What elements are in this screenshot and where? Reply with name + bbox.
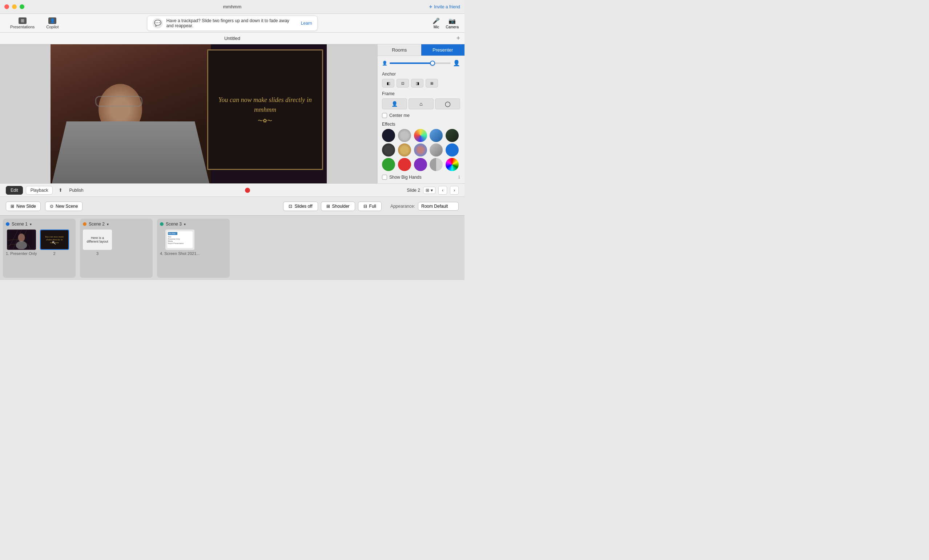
effect-custom[interactable]: [446, 158, 459, 171]
effect-blue-grad[interactable]: [429, 129, 443, 142]
frame-arch[interactable]: ⌂: [409, 98, 434, 109]
slide-3-thumb[interactable]: Here is a different layout: [83, 230, 112, 250]
scene-1-chevron[interactable]: ▾: [30, 222, 32, 226]
bottom-controls: Edit Playback ⬆ Publish Slide 2 ⊞ ▾ ‹ ›: [0, 184, 464, 196]
slides-off-button[interactable]: ⊡ Slides off: [283, 202, 318, 211]
publish-button[interactable]: Publish: [65, 186, 87, 194]
scene-3-thumbnails: This Mac Text Presenter Only Media Impor…: [160, 230, 227, 256]
effect-red-solid[interactable]: [398, 158, 411, 171]
effect-blur[interactable]: [398, 129, 411, 142]
app-title: mmhmm: [223, 4, 242, 9]
effect-grey[interactable]: [429, 144, 443, 156]
thumb-person-bg: [8, 230, 35, 249]
scene-1-header: Scene 1 ▾: [6, 222, 73, 226]
center-me-row: Center me: [382, 113, 460, 118]
appearance-select[interactable]: Room Default: [418, 202, 459, 211]
maximize-button[interactable]: [20, 5, 25, 9]
effect-gold[interactable]: [398, 144, 411, 156]
slide-1-label: 1. Presenter Only: [6, 251, 37, 256]
effect-film[interactable]: [382, 144, 395, 156]
add-tab-button[interactable]: +: [456, 35, 460, 42]
show-big-hands-checkbox[interactable]: [382, 175, 387, 180]
slide-4-content: This Mac Text Presenter Only Media Impor…: [166, 230, 194, 249]
size-slider[interactable]: [389, 63, 451, 64]
minimize-button[interactable]: [12, 5, 17, 9]
scene-1-thumbnails: 1. Presenter Only You can now make slide…: [6, 230, 73, 256]
close-button[interactable]: [5, 5, 9, 9]
copilot-button[interactable]: 👤 Copilot: [42, 16, 63, 31]
center-me-checkbox[interactable]: [382, 113, 387, 118]
appearance-row: Appearance: Room Default: [390, 202, 459, 211]
slider-thumb[interactable]: [430, 61, 435, 66]
copilot-icon: 👤: [48, 17, 56, 24]
presenter-tab[interactable]: Presenter: [421, 44, 465, 55]
frame-person[interactable]: 👤: [382, 98, 407, 109]
slide-3-label: 3: [96, 251, 98, 256]
edit-button[interactable]: Edit: [6, 186, 23, 195]
prev-slide-button[interactable]: ‹: [438, 186, 447, 195]
slide-label: Slide 2: [407, 188, 420, 193]
shoulder-button[interactable]: ⊞ Shoulder: [321, 202, 355, 211]
invite-friend-button[interactable]: ✈ Invite a friend: [429, 5, 460, 9]
chevron-down-icon: ▾: [431, 188, 433, 193]
scene-3-chevron[interactable]: ▾: [184, 222, 186, 226]
slide-2-wrap: You can now make slides directly in mmhm…: [40, 230, 69, 256]
anchor-options: ◧ ⊡ ◨ ⊞: [382, 79, 460, 87]
slide-3-text: Here is a different layout: [86, 236, 109, 243]
effect-blue-solid[interactable]: [446, 144, 459, 156]
next-slide-button[interactable]: ›: [450, 186, 459, 195]
frame-circle[interactable]: ◯: [435, 98, 460, 109]
anchor-left[interactable]: ◧: [382, 79, 394, 87]
effect-multi[interactable]: [414, 144, 427, 156]
slide-1-thumb[interactable]: [7, 230, 36, 250]
scene-bar: ⊞ New Slide ⊙ New Scene ⊡ Slides off ⊞ S…: [0, 196, 464, 215]
mic-control[interactable]: 🎤 Mic: [432, 17, 440, 29]
record-area: [91, 188, 404, 193]
anchor-center-v[interactable]: ⊡: [397, 79, 409, 87]
scene-2-thumbnails: Here is a different layout 3: [83, 230, 150, 256]
appearance-label: Appearance:: [390, 204, 415, 209]
effect-grey-half[interactable]: [429, 158, 443, 171]
anchor-full[interactable]: ⊞: [426, 79, 438, 87]
size-slider-row: 👤 👤: [382, 60, 460, 66]
effect-green-dark[interactable]: [446, 129, 459, 142]
slide-main-text: You can now make slides directly in mmhm…: [215, 95, 316, 115]
playback-button[interactable]: Playback: [26, 186, 53, 195]
svg-point-10: [18, 234, 25, 242]
slide-3-wrap: Here is a different layout 3: [83, 230, 112, 256]
effect-dark[interactable]: [382, 129, 395, 142]
scene-3-header: Scene 3 ▾: [160, 222, 227, 226]
effect-purple-solid[interactable]: [414, 158, 427, 171]
show-big-hands-row: Show Big Hands ℹ: [382, 175, 460, 180]
scene-2-chevron[interactable]: ▾: [107, 222, 109, 226]
camera-control[interactable]: 📷 Camera: [446, 17, 459, 29]
effect-color[interactable]: [414, 129, 427, 142]
effects-section: Effects: [382, 122, 460, 171]
scene-group-2: Scene 2 ▾ Here is a different layout 3: [80, 219, 153, 278]
reset-row: ↺ Reset: [382, 183, 460, 184]
titlebar: mmhmm ✈ Invite a friend: [0, 0, 464, 14]
rooms-tab[interactable]: Rooms: [378, 44, 421, 55]
slide-selector[interactable]: ⊞ ▾: [423, 187, 435, 194]
slide-4-thumb[interactable]: This Mac Text Presenter Only Media Impor…: [166, 230, 195, 250]
reset-button[interactable]: ↺ Reset: [444, 183, 460, 184]
doc-titlebar: Untitled +: [0, 33, 464, 44]
full-button[interactable]: ⊟ Full: [358, 202, 382, 211]
frame-section: Frame 👤 ⌂ ◯: [382, 91, 460, 109]
anchor-right[interactable]: ◨: [411, 79, 423, 87]
learn-button[interactable]: Learn: [301, 21, 312, 26]
cursor-icon: ↖: [52, 239, 56, 246]
new-slide-button[interactable]: ⊞ New Slide: [6, 202, 41, 211]
new-scene-button[interactable]: ⊙ New Scene: [45, 202, 83, 211]
slide-2-thumb[interactable]: You can now make slides directly in mmhm…: [40, 230, 69, 250]
svg-point-11: [16, 241, 27, 249]
presentations-button[interactable]: ⊞ Presentations: [6, 16, 39, 31]
plus-icon-slide: ⊞: [11, 204, 14, 209]
presentations-label: Presentations: [10, 25, 35, 29]
record-button[interactable]: [245, 188, 250, 193]
person-small-icon: 👤: [382, 61, 388, 66]
toolbar-right: 🎤 Mic 📷 Camera: [432, 17, 459, 29]
effect-green-solid[interactable]: [382, 158, 395, 171]
reset-icon: ↺: [444, 183, 448, 184]
effects-label: Effects: [382, 122, 460, 127]
